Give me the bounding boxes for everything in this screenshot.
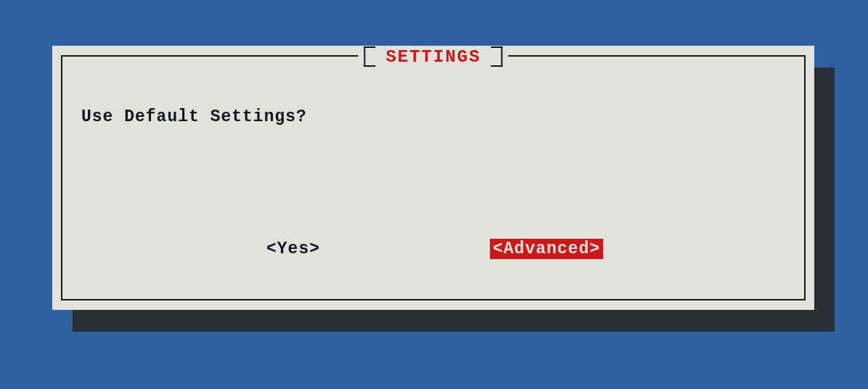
settings-dialog: SETTINGS Use Default Settings? <Yes> <Ad… bbox=[52, 46, 814, 310]
dialog-title: SETTINGS bbox=[375, 47, 491, 67]
dialog-title-wrap: SETTINGS bbox=[358, 46, 508, 67]
title-bracket-right-icon bbox=[491, 46, 503, 67]
advanced-button[interactable]: <Advanced> bbox=[490, 239, 603, 259]
title-bracket-left-icon bbox=[364, 46, 375, 67]
dialog-prompt: Use Default Settings? bbox=[81, 107, 307, 126]
yes-button[interactable]: <Yes> bbox=[263, 239, 323, 259]
dialog-border: SETTINGS Use Default Settings? <Yes> <Ad… bbox=[61, 55, 806, 300]
dialog-button-row: <Yes> <Advanced> bbox=[62, 239, 804, 259]
